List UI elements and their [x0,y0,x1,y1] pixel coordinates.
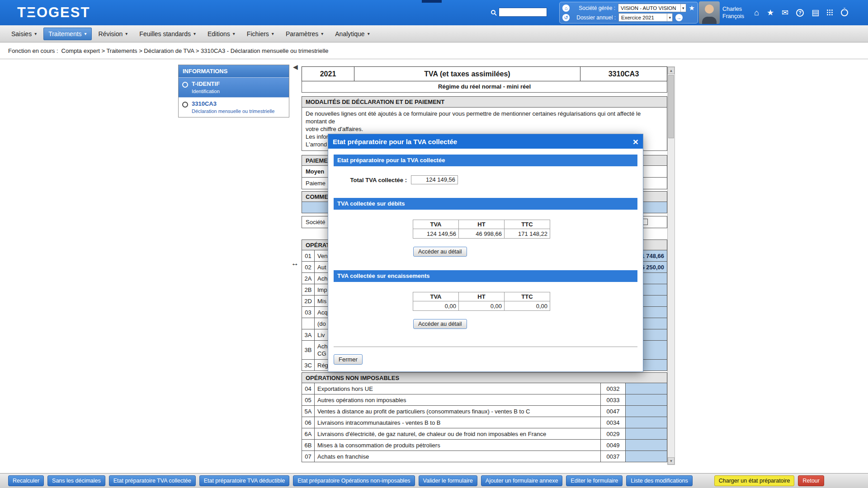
etat-tva-collectee-button[interactable]: Etat préparatoire TVA collectée [109,475,196,486]
sidebar-item-label: Déclaration mensuelle ou trimestrielle [192,108,274,114]
value-cell[interactable] [625,417,667,428]
context-panel: ⌂ Société gérée : VISION - AUTO VISION ▾… [559,2,698,23]
retour-button[interactable]: Retour [798,475,824,486]
avatar[interactable] [699,1,720,24]
app-logo: TΞOGEST [17,5,90,21]
chevron-down-icon: ▾ [34,31,37,36]
sidebar-item-3310ca3[interactable]: 3310CA3 Déclaration mensuelle ou trimest… [179,97,289,117]
informations-panel: INFORMATIONS T-IDENTIF Identification 33… [178,65,289,117]
value-cell[interactable] [625,383,667,394]
fermer-button[interactable]: Fermer [334,354,363,365]
mail-icon[interactable]: ✉ [782,8,788,18]
topbar-icons: ⌂ ★ ✉ ? ▤ [754,0,848,25]
editer-formulaire-button[interactable]: Editer le formulaire [566,475,623,486]
col-ht: HT [459,220,505,229]
modal-divider [334,347,637,347]
encaissements-section-title: TVA collectée sur encaissements [334,270,637,282]
search-input[interactable] [499,8,547,17]
col-tva: TVA [413,292,459,301]
ajouter-formulaire-annexe-button[interactable]: Ajouter un formulaire annexe [481,475,563,486]
encaissements-ttc-value: 0,00 [505,301,550,311]
menu-analytique[interactable]: Analytique▾ [330,28,374,40]
menu-editions[interactable]: Editions▾ [203,28,240,40]
scrollbar-thumb[interactable] [668,75,674,138]
col-ttc: TTC [505,292,550,301]
breadcrumb: Fonction en cours : Compta expert > Trai… [0,42,868,59]
apps-grid-icon[interactable] [827,9,833,16]
scroll-up-icon[interactable]: ▲ [668,67,675,74]
charger-etat-preparatoire-button[interactable]: Charger un état préparatoire [714,475,795,486]
col-tva: TVA [413,220,459,229]
radio-icon [182,102,188,108]
menu-saisies[interactable]: Saisies▾ [6,28,42,40]
breadcrumb-path: Compta expert > Traitements > Déclaratio… [61,47,329,54]
form-code: 3310CA3 [580,66,667,81]
debits-ht-value: 46 998,66 [459,229,505,239]
menu-traitements[interactable]: Traitements▾ [43,28,91,40]
non-imposables-header: OPÉRATIONS NON IMPOSABLES [302,372,667,383]
menu-revision[interactable]: Révision▾ [94,28,133,40]
favorite-star-icon[interactable]: ★ [689,4,695,12]
breadcrumb-label: Fonction en cours : [8,47,58,54]
informations-title: INFORMATIONS [179,65,289,77]
value-cell[interactable] [625,406,667,417]
menu-fichiers[interactable]: Fichiers▾ [242,28,279,40]
total-tva-label: Total TVA collectée : [334,177,407,183]
power-icon[interactable] [841,9,848,16]
societe-select[interactable]: VISION - AUTO VISION ▾ [618,4,686,12]
sidebar-item-label: Identification [192,89,220,94]
sidebar-item-code: 3310CA3 [192,100,274,107]
value-cell[interactable] [625,394,667,405]
liste-modifications-button[interactable]: Liste des modifications [626,475,692,486]
dossier-label: Dossier annuel : [572,14,616,21]
form-row-6b: 6B Mises à la consommation de produits p… [302,439,667,451]
dossier-back-icon[interactable]: ↺ [562,14,570,21]
form-row-05: 05 Autres opérations non imposables 0033 [302,394,667,406]
etat-operations-non-imposables-button[interactable]: Etat préparatoire Opérations non-imposab… [293,475,415,486]
top-tab [422,0,442,3]
valider-formulaire-button[interactable]: Valider le formulaire [419,475,477,486]
scroll-down-icon[interactable]: ▼ [668,457,675,465]
encaissements-table: TVA HT TTC 0,00 0,00 0,00 [413,292,550,311]
chevron-down-icon: ▾ [321,31,323,36]
form-row-07: 07 Achats en franchise 0037 [302,450,667,462]
form-row-5a: 5A Ventes à distance au profit de partic… [302,405,667,417]
modal-body: Etat préparatoire pour la TVA collectée … [328,155,643,365]
action-bar: Recalculer Sans les décimales Etat prépa… [0,473,868,488]
value-cell[interactable] [625,440,667,450]
favorites-icon[interactable]: ★ [767,8,774,18]
form-scrollbar[interactable]: ▲ ▼ [667,66,675,465]
recalculer-button[interactable]: Recalculer [8,475,44,486]
menu-feuilles-standards[interactable]: Feuilles standards▾ [134,28,201,40]
debits-tva-value: 124 149,56 [413,229,459,239]
value-cell[interactable] [625,451,667,462]
acceder-detail-encaissements-button[interactable]: Accéder au détail [413,319,467,329]
etat-tva-deductible-button[interactable]: Etat préparatoire TVA déductible [199,475,290,486]
debits-section-title: TVA collectée sur débits [334,198,637,210]
acceder-detail-debits-button[interactable]: Accéder au détail [413,247,467,257]
collapse-panel-icon[interactable]: ◀ [293,63,298,70]
help-icon[interactable]: ? [796,9,804,17]
dossier-select[interactable]: Exercice 2021 ▾ [618,13,673,22]
col-ttc: TTC [505,220,550,229]
encaissements-tva-value: 0,00 [413,301,459,311]
total-tva-field: 124 149,56 [411,175,458,184]
debits-table: TVA HT TTC 124 149,56 46 998,66 171 148,… [413,220,550,239]
etat-preparatoire-modal: Etat préparatoire pour la TVA collectée … [328,134,643,372]
go-arrow-icon[interactable]: → [675,14,683,21]
documents-icon[interactable]: ▤ [811,8,819,18]
sidebar-item-t-identif[interactable]: T-IDENTIF Identification [179,77,289,97]
home-icon[interactable]: ⌂ [754,8,759,18]
sans-decimales-button[interactable]: Sans les décimales [47,475,105,486]
splitter-handle-icon[interactable]: ↔ [291,259,299,268]
menu-parametres[interactable]: Paramètres▾ [281,28,328,40]
form-row-04: 04 Exportations hors UE 0032 [302,383,667,394]
value-cell[interactable] [625,428,667,439]
chevron-down-icon: ▾ [667,14,671,21]
close-icon[interactable]: × [633,137,638,146]
modal-titlebar: Etat préparatoire pour la TVA collectée … [328,134,643,149]
chevron-down-icon: ▾ [233,31,235,36]
col-ht: HT [459,292,505,301]
main-menu: Saisies▾ Traitements▾ Révision▾ Feuilles… [0,25,868,42]
societe-home-icon: ⌂ [562,5,570,12]
